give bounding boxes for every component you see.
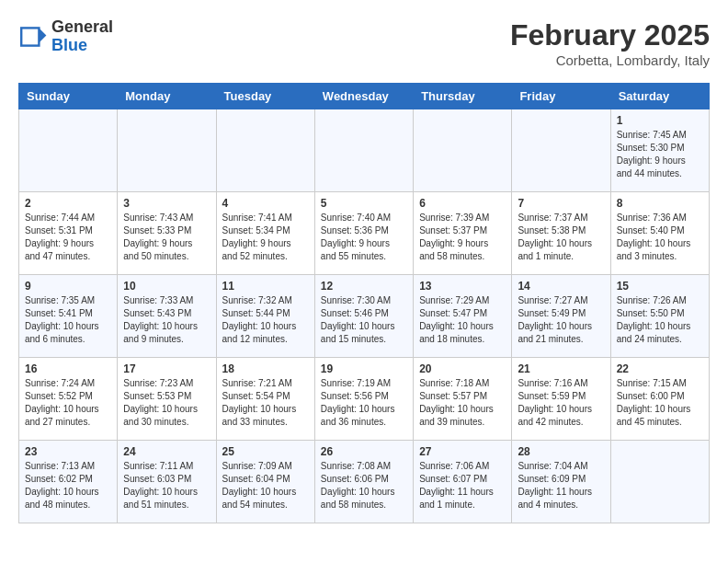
calendar-cell bbox=[314, 109, 413, 192]
day-info: Sunrise: 7:41 AM Sunset: 5:34 PM Dayligh… bbox=[222, 212, 309, 263]
calendar-cell: 12Sunrise: 7:30 AM Sunset: 5:46 PM Dayli… bbox=[314, 275, 413, 358]
calendar-cell: 6Sunrise: 7:39 AM Sunset: 5:37 PM Daylig… bbox=[414, 192, 512, 275]
logo-blue: Blue bbox=[51, 36, 87, 54]
month-title: February 2025 bbox=[510, 18, 710, 52]
calendar-week-row: 1Sunrise: 7:45 AM Sunset: 5:30 PM Daylig… bbox=[19, 109, 710, 192]
day-info: Sunrise: 7:27 AM Sunset: 5:49 PM Dayligh… bbox=[518, 294, 604, 346]
calendar-cell: 27Sunrise: 7:06 AM Sunset: 6:07 PM Dayli… bbox=[414, 441, 512, 523]
day-info: Sunrise: 7:24 AM Sunset: 5:52 PM Dayligh… bbox=[25, 377, 111, 429]
calendar-cell: 13Sunrise: 7:29 AM Sunset: 5:47 PM Dayli… bbox=[414, 275, 512, 358]
day-number: 20 bbox=[419, 362, 506, 375]
day-number: 26 bbox=[321, 445, 407, 458]
calendar-cell: 14Sunrise: 7:27 AM Sunset: 5:49 PM Dayli… bbox=[512, 275, 610, 358]
calendar-cell: 10Sunrise: 7:33 AM Sunset: 5:43 PM Dayli… bbox=[118, 275, 216, 358]
day-number: 21 bbox=[518, 362, 604, 375]
column-header-friday: Friday bbox=[512, 84, 610, 109]
calendar-cell: 20Sunrise: 7:18 AM Sunset: 5:57 PM Dayli… bbox=[414, 358, 512, 441]
day-info: Sunrise: 7:16 AM Sunset: 5:59 PM Dayligh… bbox=[518, 377, 604, 429]
day-number: 13 bbox=[419, 280, 506, 293]
day-info: Sunrise: 7:32 AM Sunset: 5:44 PM Dayligh… bbox=[222, 294, 309, 346]
day-number: 15 bbox=[617, 280, 703, 293]
calendar-cell: 18Sunrise: 7:21 AM Sunset: 5:54 PM Dayli… bbox=[216, 358, 314, 441]
calendar-cell bbox=[19, 109, 118, 192]
day-number: 22 bbox=[617, 362, 703, 375]
day-number: 5 bbox=[321, 197, 407, 210]
calendar-cell: 15Sunrise: 7:26 AM Sunset: 5:50 PM Dayli… bbox=[610, 275, 709, 358]
calendar-cell: 17Sunrise: 7:23 AM Sunset: 5:53 PM Dayli… bbox=[118, 358, 216, 441]
day-number: 1 bbox=[617, 114, 703, 127]
column-header-saturday: Saturday bbox=[610, 84, 709, 109]
day-number: 12 bbox=[321, 280, 407, 293]
logo: General Blue bbox=[18, 18, 113, 55]
calendar-cell: 25Sunrise: 7:09 AM Sunset: 6:04 PM Dayli… bbox=[216, 441, 314, 523]
calendar-cell: 4Sunrise: 7:41 AM Sunset: 5:34 PM Daylig… bbox=[216, 192, 314, 275]
calendar-cell: 9Sunrise: 7:35 AM Sunset: 5:41 PM Daylig… bbox=[19, 275, 118, 358]
day-number: 16 bbox=[25, 362, 111, 375]
day-number: 8 bbox=[617, 197, 703, 210]
column-header-wednesday: Wednesday bbox=[314, 84, 413, 109]
calendar-cell bbox=[610, 441, 709, 523]
day-number: 28 bbox=[518, 445, 604, 458]
column-header-sunday: Sunday bbox=[19, 84, 118, 109]
calendar-cell: 28Sunrise: 7:04 AM Sunset: 6:09 PM Dayli… bbox=[512, 441, 610, 523]
day-info: Sunrise: 7:35 AM Sunset: 5:41 PM Dayligh… bbox=[25, 294, 111, 346]
calendar-week-row: 9Sunrise: 7:35 AM Sunset: 5:41 PM Daylig… bbox=[19, 275, 710, 358]
day-number: 24 bbox=[123, 445, 210, 458]
day-info: Sunrise: 7:06 AM Sunset: 6:07 PM Dayligh… bbox=[419, 460, 506, 511]
column-header-thursday: Thursday bbox=[414, 84, 512, 109]
day-info: Sunrise: 7:09 AM Sunset: 6:04 PM Dayligh… bbox=[222, 460, 309, 511]
day-info: Sunrise: 7:11 AM Sunset: 6:03 PM Dayligh… bbox=[123, 460, 210, 511]
day-info: Sunrise: 7:43 AM Sunset: 5:33 PM Dayligh… bbox=[123, 212, 210, 263]
calendar-cell: 26Sunrise: 7:08 AM Sunset: 6:06 PM Dayli… bbox=[314, 441, 413, 523]
page-header: General Blue February 2025 Corbetta, Lom… bbox=[18, 18, 710, 68]
day-number: 7 bbox=[518, 197, 604, 210]
day-info: Sunrise: 7:23 AM Sunset: 5:53 PM Dayligh… bbox=[123, 377, 210, 429]
logo-text: General Blue bbox=[51, 18, 113, 55]
day-number: 19 bbox=[321, 362, 407, 375]
day-info: Sunrise: 7:45 AM Sunset: 5:30 PM Dayligh… bbox=[617, 129, 703, 180]
location: Corbetta, Lombardy, Italy bbox=[510, 52, 710, 68]
calendar-table: SundayMondayTuesdayWednesdayThursdayFrid… bbox=[18, 83, 710, 523]
calendar-week-row: 23Sunrise: 7:13 AM Sunset: 6:02 PM Dayli… bbox=[19, 441, 710, 523]
day-number: 11 bbox=[222, 280, 309, 293]
day-info: Sunrise: 7:21 AM Sunset: 5:54 PM Dayligh… bbox=[222, 377, 309, 429]
day-info: Sunrise: 7:19 AM Sunset: 5:56 PM Dayligh… bbox=[321, 377, 407, 429]
calendar-cell: 11Sunrise: 7:32 AM Sunset: 5:44 PM Dayli… bbox=[216, 275, 314, 358]
day-number: 23 bbox=[25, 445, 111, 458]
logo-general: General bbox=[51, 17, 113, 36]
day-number: 18 bbox=[222, 362, 309, 375]
calendar-cell: 16Sunrise: 7:24 AM Sunset: 5:52 PM Dayli… bbox=[19, 358, 118, 441]
day-info: Sunrise: 7:33 AM Sunset: 5:43 PM Dayligh… bbox=[123, 294, 210, 346]
calendar-cell bbox=[414, 109, 512, 192]
calendar-cell: 19Sunrise: 7:19 AM Sunset: 5:56 PM Dayli… bbox=[314, 358, 413, 441]
column-header-monday: Monday bbox=[118, 84, 216, 109]
calendar-cell: 22Sunrise: 7:15 AM Sunset: 6:00 PM Dayli… bbox=[610, 358, 709, 441]
calendar-cell: 7Sunrise: 7:37 AM Sunset: 5:38 PM Daylig… bbox=[512, 192, 610, 275]
logo-icon bbox=[18, 22, 48, 52]
calendar-cell: 1Sunrise: 7:45 AM Sunset: 5:30 PM Daylig… bbox=[610, 109, 709, 192]
day-number: 17 bbox=[123, 362, 210, 375]
day-info: Sunrise: 7:15 AM Sunset: 6:00 PM Dayligh… bbox=[617, 377, 703, 429]
day-info: Sunrise: 7:36 AM Sunset: 5:40 PM Dayligh… bbox=[617, 212, 703, 263]
calendar-cell: 8Sunrise: 7:36 AM Sunset: 5:40 PM Daylig… bbox=[610, 192, 709, 275]
day-number: 14 bbox=[518, 280, 604, 293]
calendar-week-row: 16Sunrise: 7:24 AM Sunset: 5:52 PM Dayli… bbox=[19, 358, 710, 441]
day-number: 10 bbox=[123, 280, 210, 293]
calendar-cell: 2Sunrise: 7:44 AM Sunset: 5:31 PM Daylig… bbox=[19, 192, 118, 275]
calendar-cell: 21Sunrise: 7:16 AM Sunset: 5:59 PM Dayli… bbox=[512, 358, 610, 441]
calendar-cell bbox=[512, 109, 610, 192]
day-info: Sunrise: 7:13 AM Sunset: 6:02 PM Dayligh… bbox=[25, 460, 111, 511]
calendar-cell: 3Sunrise: 7:43 AM Sunset: 5:33 PM Daylig… bbox=[118, 192, 216, 275]
day-info: Sunrise: 7:44 AM Sunset: 5:31 PM Dayligh… bbox=[25, 212, 111, 263]
day-number: 25 bbox=[222, 445, 309, 458]
column-header-tuesday: Tuesday bbox=[216, 84, 314, 109]
calendar-cell: 24Sunrise: 7:11 AM Sunset: 6:03 PM Dayli… bbox=[118, 441, 216, 523]
day-info: Sunrise: 7:39 AM Sunset: 5:37 PM Dayligh… bbox=[419, 212, 506, 263]
calendar-header-row: SundayMondayTuesdayWednesdayThursdayFrid… bbox=[19, 84, 710, 109]
calendar-week-row: 2Sunrise: 7:44 AM Sunset: 5:31 PM Daylig… bbox=[19, 192, 710, 275]
calendar-cell: 23Sunrise: 7:13 AM Sunset: 6:02 PM Dayli… bbox=[19, 441, 118, 523]
day-number: 4 bbox=[222, 197, 309, 210]
day-number: 2 bbox=[25, 197, 111, 210]
title-block: February 2025 Corbetta, Lombardy, Italy bbox=[510, 18, 710, 68]
calendar-cell: 5Sunrise: 7:40 AM Sunset: 5:36 PM Daylig… bbox=[314, 192, 413, 275]
